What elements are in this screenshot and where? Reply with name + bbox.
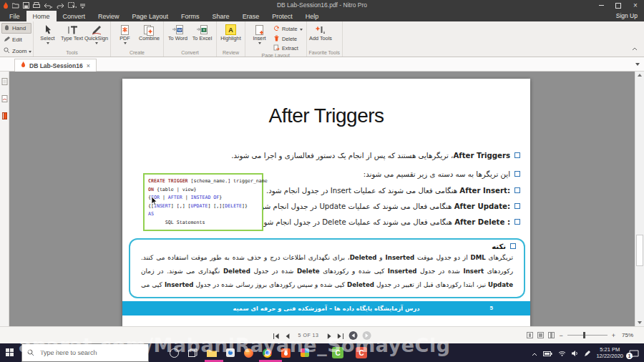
bullet-three-types: این تریگرها به سه دسته ی زیر تقسیم می شو… (364, 170, 520, 178)
bullet-text-en: After Insert: (459, 187, 510, 195)
notification-badge: 1 (626, 353, 633, 359)
bullet-square-icon (514, 187, 520, 193)
zoom-in-button[interactable]: + (612, 332, 615, 339)
speaker-icon[interactable] (572, 346, 579, 359)
snapshot-button[interactable] (68, 2, 77, 9)
select-button[interactable]: Select (36, 22, 59, 44)
pen-icon[interactable] (585, 346, 590, 359)
tab-file[interactable]: File (3, 11, 26, 21)
taskbar-clock[interactable]: 5:21 PM 12/22/2020 (596, 346, 623, 359)
start-button[interactable] (6, 348, 14, 357)
app-icon-1[interactable] (225, 348, 235, 358)
task-view-icon[interactable] (187, 348, 198, 358)
print-button[interactable] (33, 2, 40, 9)
tab-home[interactable]: Home (26, 11, 57, 21)
firefox-icon[interactable] (243, 348, 254, 358)
tab-share[interactable]: Share (206, 11, 236, 21)
zoom-tool-button[interactable]: Zoom (1, 46, 31, 57)
restore-button[interactable] (610, 0, 627, 11)
taskbar-search[interactable] (21, 343, 149, 362)
system-tray: 5:21 PM 12/22/2020 1 (532, 343, 644, 362)
zoom-slider-thumb[interactable] (583, 332, 585, 338)
wifi-icon[interactable] (558, 346, 566, 359)
facing-pages-view-icon[interactable] (537, 332, 544, 338)
zoom-out-button[interactable]: − (559, 332, 562, 339)
sign-up-link[interactable]: Sign Up (616, 11, 638, 21)
camtasia-red-icon[interactable]: C (356, 347, 367, 358)
add-tools-button[interactable]: Add Tools (309, 22, 333, 41)
tab-review[interactable]: Review (92, 11, 126, 21)
thumbnails-panel-button[interactable] (1, 75, 8, 88)
pdf-button[interactable]: PDF (113, 22, 137, 44)
signatures-panel-button[interactable] (1, 92, 8, 105)
search-input[interactable] (39, 348, 136, 357)
continuous-view-icon[interactable] (548, 332, 555, 338)
extract-label: Extract (282, 45, 298, 52)
app-icon-2[interactable] (299, 348, 310, 358)
clock-time: 5:21 PM (600, 346, 620, 353)
history-forward-button[interactable] (362, 331, 371, 340)
next-page-button[interactable] (327, 329, 332, 342)
last-page-button[interactable] (337, 329, 343, 342)
tab-list-dropdown-icon[interactable] (635, 63, 640, 66)
title-bar: DB Lab-Session16.pdf - Nitro Pro × (0, 0, 644, 11)
quicksign-button[interactable]: QuickSign (84, 22, 108, 44)
camtasia-green-icon[interactable]: C (332, 347, 343, 358)
scroll-up-icon[interactable] (638, 74, 642, 77)
tab-convert[interactable]: Convert (57, 11, 92, 21)
type-text-button[interactable]: Type Text (60, 22, 84, 41)
file-explorer-icon[interactable] (206, 348, 217, 358)
redo-button[interactable] (56, 3, 64, 9)
to-excel-button[interactable]: X To Excel (190, 22, 214, 41)
battery-icon[interactable] (543, 346, 552, 359)
tab-erase[interactable]: Erase (236, 11, 266, 21)
undo-button[interactable] (44, 3, 52, 9)
ribbon-group-favorite-tools: Add Tools Favorite Tools (307, 21, 343, 57)
save-button[interactable] (23, 2, 29, 9)
bookmarks-panel-button[interactable] (1, 109, 8, 122)
insert-button[interactable]: Insert (248, 22, 271, 44)
first-page-button[interactable] (273, 329, 280, 342)
tab-forms[interactable]: Forms (175, 11, 206, 21)
ribbon-collapse-button[interactable] (632, 41, 638, 54)
document-tab-flame-icon (21, 62, 26, 69)
tab-protect[interactable]: Protect (265, 11, 299, 21)
bullet-text-fa: این تریگرها به سه دسته ی زیر تقسیم می شو… (364, 170, 510, 178)
minimize-button[interactable] (592, 0, 610, 11)
open-file-button[interactable] (12, 3, 19, 9)
group-label-favorite-tools: Favorite Tools (309, 49, 340, 57)
to-excel-label: To Excel (192, 36, 213, 41)
edit-tool-button[interactable]: Edit (1, 34, 31, 45)
hand-tool-button[interactable]: Hand (1, 23, 31, 34)
tray-expand-icon[interactable] (532, 346, 537, 359)
extract-button[interactable]: Extract (273, 44, 303, 52)
vertical-scrollbar[interactable] (635, 72, 644, 326)
nitro-logo-icon (3, 2, 9, 9)
excel-letter: X (203, 28, 205, 32)
tab-page-layout[interactable]: Page Layout (126, 11, 175, 21)
chrome-icon[interactable] (262, 348, 273, 358)
rotate-button[interactable]: Rotate (273, 25, 303, 33)
bullet-text-en: After Delete : (454, 218, 510, 226)
previous-page-button[interactable] (285, 329, 290, 342)
scroll-down-icon[interactable] (638, 321, 642, 324)
highlight-button[interactable]: A Highlight (219, 22, 243, 41)
qat-customize-button[interactable] (80, 3, 85, 9)
nitro-taskbar-icon[interactable] (280, 348, 291, 358)
close-button[interactable]: × (627, 0, 644, 11)
delete-button[interactable]: Delete (273, 35, 303, 43)
to-word-button[interactable]: W To Word (166, 22, 190, 41)
type-text-label: Type Text (61, 36, 83, 41)
ribbon-group-page-layout: Insert Rotate Delete Extract (245, 21, 307, 57)
zoom-slider[interactable] (567, 335, 608, 336)
scrollbar-thumb[interactable] (636, 235, 643, 266)
document-tab-close-icon[interactable]: × (87, 62, 90, 69)
tab-help[interactable]: Help (299, 11, 326, 21)
cortana-icon[interactable] (169, 348, 180, 358)
highlight-label: Highlight (220, 36, 240, 41)
history-back-button[interactable] (348, 331, 357, 340)
action-center-button[interactable]: 1 (629, 348, 639, 357)
single-page-view-icon[interactable] (527, 332, 533, 338)
combine-button[interactable]: Combine (137, 22, 161, 41)
document-tab[interactable]: DB Lab-Session16 × (14, 59, 97, 72)
